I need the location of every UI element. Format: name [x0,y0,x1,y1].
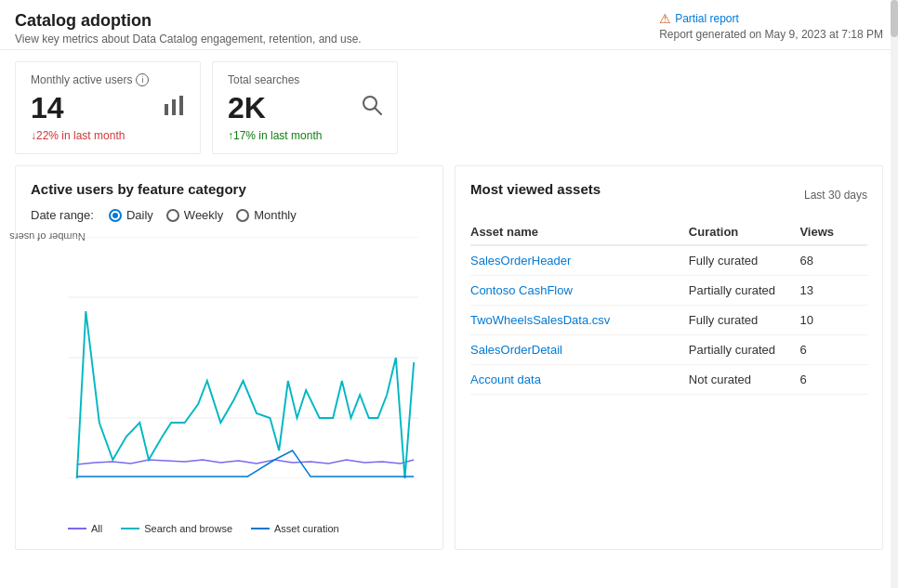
views-4: 6 [799,365,867,395]
svg-rect-2 [179,96,183,115]
legend-line-curation [251,528,270,529]
curation-4: Not curated [689,365,800,395]
radio-weekly[interactable]: Weekly [166,208,223,222]
page-title: Catalog adoption [15,11,362,31]
chart-svg: 0 2 4 6 8 Apr 10 Apr 17 Apr 24 May 1 May… [68,237,418,478]
metric-change-mau: ↓22% in last month [31,129,185,142]
metric-value-mau: 14 [31,90,185,125]
metric-value-searches: 2K [228,90,382,125]
metrics-row: Monthly active users i 14 ↓22% in last m… [0,50,898,165]
metric-label-mau: Monthly active users i [31,73,185,86]
search-icon [362,95,382,121]
page-header: Catalog adoption View key metrics about … [0,0,898,50]
table-row: SalesOrderDetail Partially curated 6 [470,335,867,365]
views-2: 10 [799,306,867,335]
metric-change-searches: ↑17% in last month [228,129,382,142]
assets-table: Asset name Curation Views SalesOrderHead… [470,219,867,395]
legend-all: All [68,523,102,534]
legend-search: Search and browse [121,523,232,534]
metric-card-monthly-active-users: Monthly active users i 14 ↓22% in last m… [15,61,201,154]
main-content: Active users by feature category Date ra… [0,165,898,565]
asset-name-3: SalesOrderDetail [470,335,689,365]
views-0: 68 [799,245,867,276]
asset-name-4: Account data [470,365,689,395]
radio-circle-monthly [236,209,249,222]
active-users-title: Active users by feature category [31,181,428,197]
legend-curation: Asset curation [251,523,339,534]
metric-label-searches: Total searches [228,73,382,86]
info-icon-mau[interactable]: i [136,73,149,86]
table-row: SalesOrderHeader Fully curated 68 [470,245,867,276]
curation-3: Partially curated [689,335,800,365]
svg-rect-1 [172,99,176,115]
radio-monthly[interactable]: Monthly [236,208,297,222]
bar-chart-icon [163,95,185,121]
col-asset-name: Asset name [470,219,689,245]
warning-icon: ⚠ [659,11,671,26]
svg-line-4 [375,108,381,114]
legend-line-all [68,528,86,529]
col-curation: Curation [689,219,800,245]
panel-header-row: Most viewed assets Last 30 days [470,181,867,208]
asset-name-0: SalesOrderHeader [470,245,689,276]
last-days-badge: Last 30 days [804,189,867,202]
curation-0: Fully curated [689,245,800,276]
asset-name-1: Contoso CashFlow [470,276,689,306]
chart-legend: All Search and browse Asset curation [31,523,428,534]
report-time: Report generated on May 9, 2023 at 7:18 … [659,28,883,41]
most-viewed-title: Most viewed assets [470,181,601,197]
svg-rect-0 [165,104,168,115]
chart-area: 0 2 4 6 8 Apr 10 Apr 17 Apr 24 May 1 May… [68,237,418,478]
partial-report: ⚠ Partial report [659,11,883,26]
chart-container: Number of users 0 2 4 6 [31,237,428,516]
table-row: TwoWheelsSalesData.csv Fully curated 10 [470,306,867,335]
legend-line-search [121,528,139,529]
active-users-panel: Active users by feature category Date ra… [15,165,443,550]
curation-1: Partially curated [689,276,800,306]
partial-report-label[interactable]: Partial report [675,12,739,25]
curation-2: Fully curated [689,306,800,335]
asset-name-2: TwoWheelsSalesData.csv [470,306,689,335]
metric-card-total-searches: Total searches 2K ↑17% in last month [212,61,398,154]
views-1: 13 [799,276,867,306]
views-3: 6 [799,335,867,365]
table-row: Account data Not curated 6 [470,365,867,395]
page-subtitle: View key metrics about Data Catalog enga… [15,33,362,46]
most-viewed-panel: Most viewed assets Last 30 days Asset na… [455,165,883,550]
table-row: Contoso CashFlow Partially curated 13 [470,276,867,306]
col-views: Views [799,219,867,245]
